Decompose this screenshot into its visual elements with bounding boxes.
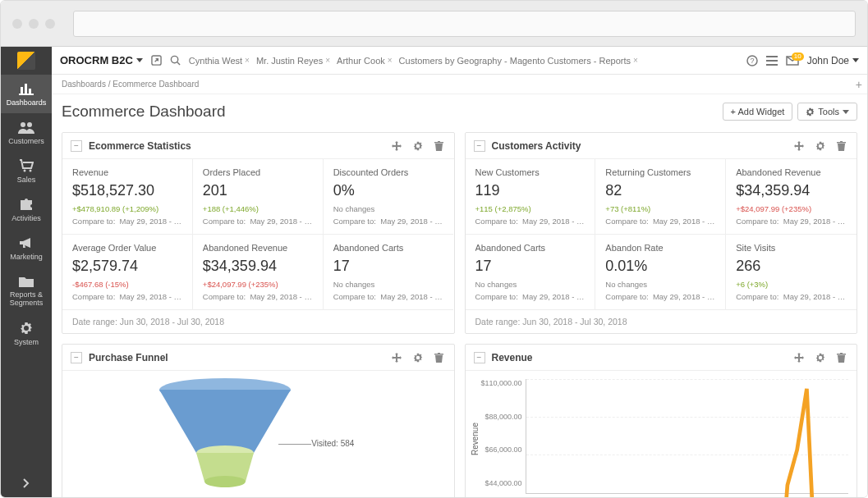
collapse-icon[interactable]: − [474,352,485,363]
stat-delta: +115 (+2,875%) [475,204,586,213]
pinned-tab[interactable]: Arthur Cook× [337,56,393,66]
pinned-tab[interactable]: Cynthia West× [189,56,250,66]
trash-icon[interactable] [432,353,446,363]
page-title: Ecommerce Dashboard [62,103,226,121]
gear-icon [806,107,815,117]
collapse-icon[interactable]: − [474,140,485,152]
stat-delta: +6 (+3%) [736,280,847,289]
stat-compare: Compare to: May 29, 2018 - Jun 29, 2018 [333,292,444,301]
sidebar-item-dashboards[interactable]: Dashboards [1,75,52,113]
stat-delta: +$24,097.99 (+235%) [736,204,847,213]
stat-discounted-orders: Discounted Orders 0% No changes Compare … [324,159,454,235]
sidebar-item-label: Activities [11,214,41,222]
shortcut-icon[interactable] [151,55,162,66]
sidebar-item-system[interactable]: System [1,314,52,353]
gear-icon[interactable] [411,353,425,363]
stat-compare: Compare to: May 29, 2018 - Jun 29, 2018 [333,217,444,226]
stat-compare: Compare to: May 29, 2018 - Jun 29, 2018 [736,292,847,301]
collapse-icon[interactable]: − [71,352,82,363]
help-icon[interactable]: ? [746,55,758,66]
users-icon [18,120,34,135]
svg-point-5 [27,122,32,127]
stat-abandon-rate: Abandon Rate 0.01% No changes Compare to… [595,235,726,310]
url-bar[interactable] [73,11,856,37]
stat-compare: Compare to: May 29, 2018 - Jun 29, 2018 [736,217,847,226]
search-icon[interactable] [170,55,181,66]
stat-abandoned-revenue: Abandoned Revenue $34,359.94 +$24,097.99… [726,159,857,235]
stat-value: $2,579.74 [72,258,182,275]
breadcrumb[interactable]: Dashboards / Ecommerce Dashboard [62,80,199,89]
trash-icon[interactable] [432,141,446,151]
notifications-icon[interactable]: 10 [786,56,799,66]
user-menu[interactable]: John Doe [807,55,859,66]
stat-compare: Compare to: May 29, 2018 - Jun 29, 2018 [475,292,586,301]
widget-title: Customers Activity [492,140,581,152]
collapse-icon[interactable]: − [71,140,82,152]
stat-value: 17 [475,258,586,275]
stat-value: 0.01% [605,258,715,275]
y-tick: $44,000.00 [485,479,522,487]
stat-label: Average Order Value [72,243,182,253]
sidebar-item-label: Customers [8,137,44,145]
gear-icon [18,321,34,336]
gear-icon[interactable] [813,353,828,363]
stat-compare: Compare to: May 29, 2018 - Jun 29, 2018 [72,217,182,226]
trash-icon[interactable] [834,141,848,151]
sidebar-item-reports[interactable]: Reports & Segments [1,267,52,314]
move-icon[interactable] [792,353,806,363]
close-icon[interactable]: × [388,56,393,65]
menu-icon[interactable] [766,56,778,66]
megaphone-icon [18,235,34,250]
add-widget-button[interactable]: + Add Widget [723,103,793,121]
window-dot [29,19,39,29]
sidebar-item-activities[interactable]: Activities [1,190,52,229]
trash-icon[interactable] [834,353,848,363]
topbar: OROCRM B2C Cynthia West× Mr. Justin Reye… [52,47,867,75]
notifications-badge: 10 [792,53,804,61]
pin-label: Mr. Justin Reyes [256,56,323,66]
move-icon[interactable] [389,141,404,151]
pinned-tab[interactable]: Customers by Geography - Magento Custome… [399,56,638,66]
stat-label: Abandoned Carts [333,243,444,253]
close-icon[interactable]: × [325,56,330,65]
chart-y-axis: $110,000.00 $88,000.00 $66,000.00 $44,00… [481,376,526,491]
stat-delta: +188 (+1,446%) [203,204,313,213]
stat-label: Returning Customers [605,167,715,177]
sidebar-item-customers[interactable]: Customers [1,113,52,152]
stat-label: Orders Placed [203,167,313,177]
pin-label: Arthur Cook [337,56,385,66]
close-icon[interactable]: × [633,56,638,65]
stat-value: 17 [333,258,444,275]
sidebar-item-sales[interactable]: Sales [1,152,52,190]
y-tick: $88,000.00 [485,413,522,421]
funnel-visited-label: Visited: 584 [311,439,354,448]
stat-delta: +$478,910.89 (+1,209%) [72,204,182,213]
chevron-down-icon [843,110,849,114]
stat-label: Abandoned Revenue [203,243,313,253]
move-icon[interactable] [792,141,806,151]
stat-abandoned-revenue: Abandoned Revenue $34,359.94 +$24,097.99… [193,235,324,310]
gear-icon[interactable] [813,141,828,151]
org-switcher[interactable]: OROCRM B2C [60,54,143,66]
tools-button[interactable]: Tools [797,103,857,121]
svg-point-6 [24,170,26,172]
pinned-tab[interactable]: Mr. Justin Reyes× [256,56,330,66]
add-tab-icon[interactable]: + [856,78,862,91]
funnel-chart: Visited: 584 [62,371,454,497]
gear-icon[interactable] [411,141,425,151]
svg-point-7 [30,170,32,172]
move-icon[interactable] [389,353,404,363]
sidebar-item-marketing[interactable]: Marketing [1,229,52,267]
sidebar-item-label: Marketing [10,253,43,261]
stat-label: Revenue [72,167,182,177]
widget-revenue: − Revenue Revenue $110,000.00 $88,000.0 [465,344,858,497]
widget-date-range: Date range: Jun 30, 2018 - Jul 30, 2018 [62,310,454,333]
revenue-chart: Revenue $110,000.00 $88,000.00 $66,000.0… [466,371,857,497]
widget-ecommerce-statistics: − Ecommerce Statistics Revenue $518,527.… [62,132,455,334]
sidebar-expand[interactable] [1,469,52,497]
close-icon[interactable]: × [245,56,250,65]
svg-point-9 [171,56,177,62]
svg-point-4 [21,122,25,127]
stat-delta: +73 (+811%) [605,204,715,213]
stat-compare: Compare to: May 29, 2018 - Jun 29, 2018 [605,292,715,301]
